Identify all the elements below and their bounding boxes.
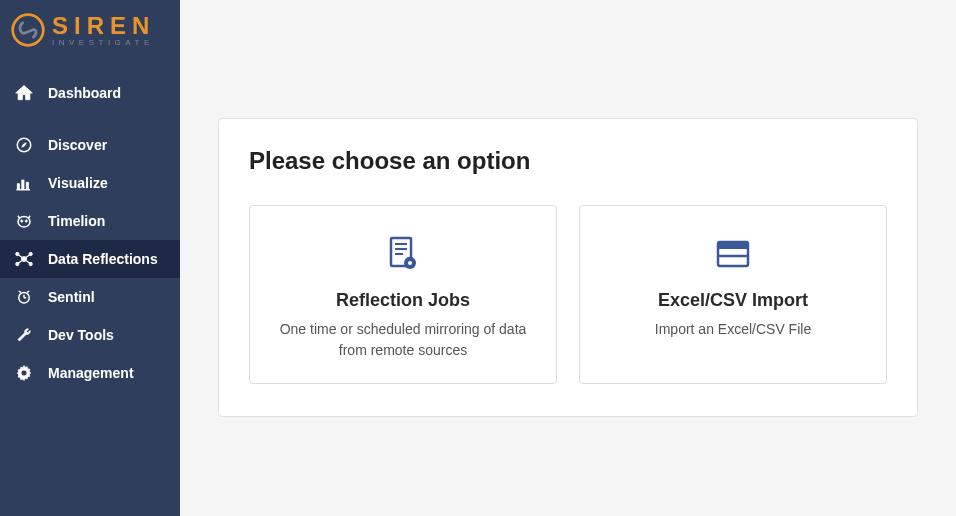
svg-rect-3	[22, 180, 24, 189]
svg-point-8	[25, 220, 27, 222]
svg-line-22	[27, 291, 29, 293]
sidebar-item-label: Timelion	[48, 213, 105, 229]
card-excel-csv-import[interactable]: Excel/CSV Import Import an Excel/CSV Fil…	[579, 205, 887, 384]
nav: Dashboard Discover Visualize Timelion Da	[0, 68, 180, 516]
table-icon	[598, 232, 868, 276]
svg-point-7	[21, 220, 23, 222]
card-reflection-jobs[interactable]: Reflection Jobs One time or scheduled mi…	[249, 205, 557, 384]
sidebar-item-management[interactable]: Management	[0, 354, 180, 392]
brand-logo[interactable]: SIREN INVESTIGATE	[0, 0, 180, 68]
sidebar-item-label: Sentinl	[48, 289, 95, 305]
sidebar-item-label: Data Reflections	[48, 251, 158, 267]
sidebar-item-dev-tools[interactable]: Dev Tools	[0, 316, 180, 354]
home-icon	[14, 83, 34, 103]
timelion-icon	[14, 211, 34, 231]
brand-subtitle: INVESTIGATE	[52, 39, 155, 47]
brand-text: SIREN INVESTIGATE	[52, 14, 155, 47]
sidebar-item-label: Visualize	[48, 175, 108, 191]
gear-icon	[14, 363, 34, 383]
page-title: Please choose an option	[249, 147, 887, 175]
main-content: Please choose an option Reflection	[180, 0, 956, 516]
sidebar-item-label: Discover	[48, 137, 107, 153]
sidebar-item-label: Dashboard	[48, 85, 121, 101]
svg-rect-2	[17, 184, 19, 189]
svg-rect-31	[718, 242, 748, 249]
card-title: Excel/CSV Import	[598, 290, 868, 311]
sidebar-item-label: Dev Tools	[48, 327, 114, 343]
alarm-icon	[14, 287, 34, 307]
svg-point-29	[408, 261, 412, 265]
sidebar: SIREN INVESTIGATE Dashboard Discover Vis…	[0, 0, 180, 516]
svg-point-0	[13, 15, 44, 46]
sidebar-item-dashboard[interactable]: Dashboard	[0, 68, 180, 118]
sidebar-item-discover[interactable]: Discover	[0, 126, 180, 164]
sidebar-item-label: Management	[48, 365, 134, 381]
brand-name: SIREN	[52, 14, 155, 38]
svg-line-21	[19, 291, 21, 293]
svg-point-6	[18, 217, 30, 228]
sidebar-item-timelion[interactable]: Timelion	[0, 202, 180, 240]
sidebar-item-sentinl[interactable]: Sentinl	[0, 278, 180, 316]
card-description: One time or scheduled mirroring of data …	[268, 319, 538, 361]
card-description: Import an Excel/CSV File	[598, 319, 868, 340]
data-reflections-icon	[14, 249, 34, 269]
card-title: Reflection Jobs	[268, 290, 538, 311]
compass-icon	[14, 135, 34, 155]
siren-logo-icon	[10, 12, 46, 48]
sidebar-item-data-reflections[interactable]: Data Reflections	[0, 240, 180, 278]
cards-row: Reflection Jobs One time or scheduled mi…	[249, 205, 887, 384]
sidebar-item-visualize[interactable]: Visualize	[0, 164, 180, 202]
document-gear-icon	[268, 232, 538, 276]
svg-rect-4	[26, 182, 28, 189]
option-panel: Please choose an option Reflection	[218, 118, 918, 417]
wrench-icon	[14, 325, 34, 345]
bar-chart-icon	[14, 173, 34, 193]
